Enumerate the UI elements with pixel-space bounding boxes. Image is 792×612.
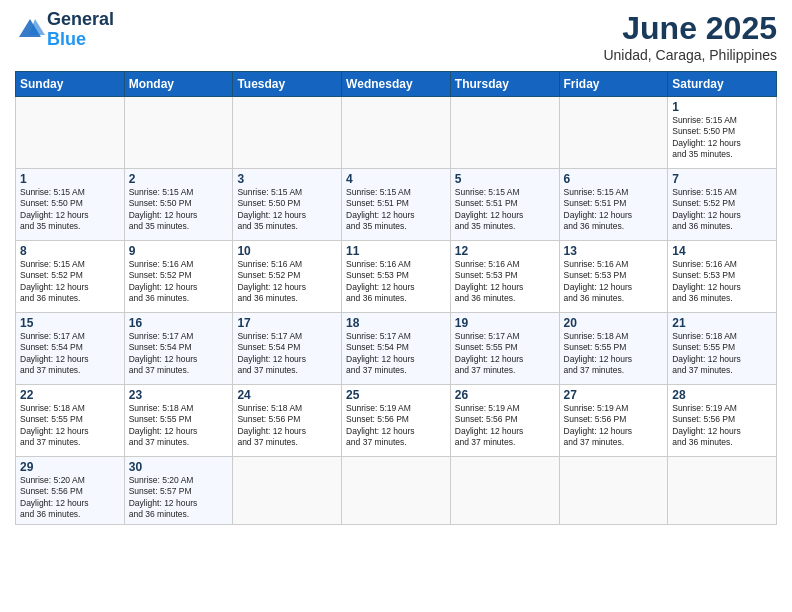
- day-info: Sunrise: 5:16 AM Sunset: 5:53 PM Dayligh…: [346, 259, 446, 305]
- calendar-cell: [450, 457, 559, 525]
- day-info: Sunrise: 5:15 AM Sunset: 5:51 PM Dayligh…: [455, 187, 555, 233]
- header-row: Sunday Monday Tuesday Wednesday Thursday…: [16, 72, 777, 97]
- calendar-cell: [124, 97, 233, 169]
- calendar-cell: 25Sunrise: 5:19 AM Sunset: 5:56 PM Dayli…: [342, 385, 451, 457]
- day-number: 1: [20, 172, 120, 186]
- day-info: Sunrise: 5:15 AM Sunset: 5:52 PM Dayligh…: [20, 259, 120, 305]
- calendar-week-5: 22Sunrise: 5:18 AM Sunset: 5:55 PM Dayli…: [16, 385, 777, 457]
- calendar-week-3: 8Sunrise: 5:15 AM Sunset: 5:52 PM Daylig…: [16, 241, 777, 313]
- day-number: 8: [20, 244, 120, 258]
- calendar-cell: 18Sunrise: 5:17 AM Sunset: 5:54 PM Dayli…: [342, 313, 451, 385]
- day-number: 23: [129, 388, 229, 402]
- day-number: 17: [237, 316, 337, 330]
- day-info: Sunrise: 5:15 AM Sunset: 5:50 PM Dayligh…: [237, 187, 337, 233]
- day-info: Sunrise: 5:16 AM Sunset: 5:52 PM Dayligh…: [129, 259, 229, 305]
- logo: General Blue: [15, 10, 114, 50]
- day-number: 11: [346, 244, 446, 258]
- day-number: 9: [129, 244, 229, 258]
- day-info: Sunrise: 5:16 AM Sunset: 5:53 PM Dayligh…: [455, 259, 555, 305]
- calendar-cell: 17Sunrise: 5:17 AM Sunset: 5:54 PM Dayli…: [233, 313, 342, 385]
- day-info: Sunrise: 5:17 AM Sunset: 5:54 PM Dayligh…: [129, 331, 229, 377]
- day-info: Sunrise: 5:15 AM Sunset: 5:51 PM Dayligh…: [564, 187, 664, 233]
- day-info: Sunrise: 5:19 AM Sunset: 5:56 PM Dayligh…: [564, 403, 664, 449]
- calendar-cell: [342, 457, 451, 525]
- day-info: Sunrise: 5:18 AM Sunset: 5:55 PM Dayligh…: [564, 331, 664, 377]
- calendar-cell: 27Sunrise: 5:19 AM Sunset: 5:56 PM Dayli…: [559, 385, 668, 457]
- calendar-week-4: 15Sunrise: 5:17 AM Sunset: 5:54 PM Dayli…: [16, 313, 777, 385]
- calendar-cell: 14Sunrise: 5:16 AM Sunset: 5:53 PM Dayli…: [668, 241, 777, 313]
- calendar-cell: 11Sunrise: 5:16 AM Sunset: 5:53 PM Dayli…: [342, 241, 451, 313]
- day-info: Sunrise: 5:17 AM Sunset: 5:54 PM Dayligh…: [237, 331, 337, 377]
- calendar-cell: 24Sunrise: 5:18 AM Sunset: 5:56 PM Dayli…: [233, 385, 342, 457]
- day-info: Sunrise: 5:20 AM Sunset: 5:57 PM Dayligh…: [129, 475, 229, 521]
- calendar-cell: [450, 97, 559, 169]
- calendar-cell: 16Sunrise: 5:17 AM Sunset: 5:54 PM Dayli…: [124, 313, 233, 385]
- calendar-table: Sunday Monday Tuesday Wednesday Thursday…: [15, 71, 777, 525]
- calendar-body: 1Sunrise: 5:15 AM Sunset: 5:50 PM Daylig…: [16, 97, 777, 525]
- calendar-cell: [668, 457, 777, 525]
- day-info: Sunrise: 5:18 AM Sunset: 5:56 PM Dayligh…: [237, 403, 337, 449]
- day-info: Sunrise: 5:16 AM Sunset: 5:53 PM Dayligh…: [672, 259, 772, 305]
- calendar-cell: 8Sunrise: 5:15 AM Sunset: 5:52 PM Daylig…: [16, 241, 125, 313]
- day-info: Sunrise: 5:17 AM Sunset: 5:55 PM Dayligh…: [455, 331, 555, 377]
- calendar-cell: 3Sunrise: 5:15 AM Sunset: 5:50 PM Daylig…: [233, 169, 342, 241]
- calendar-cell: [342, 97, 451, 169]
- col-wednesday: Wednesday: [342, 72, 451, 97]
- day-number: 20: [564, 316, 664, 330]
- calendar-cell: 19Sunrise: 5:17 AM Sunset: 5:55 PM Dayli…: [450, 313, 559, 385]
- day-info: Sunrise: 5:19 AM Sunset: 5:56 PM Dayligh…: [346, 403, 446, 449]
- header: General Blue June 2025 Unidad, Caraga, P…: [15, 10, 777, 63]
- location: Unidad, Caraga, Philippines: [603, 47, 777, 63]
- calendar-cell: [233, 97, 342, 169]
- calendar-cell: 30Sunrise: 5:20 AM Sunset: 5:57 PM Dayli…: [124, 457, 233, 525]
- calendar-cell: [233, 457, 342, 525]
- day-info: Sunrise: 5:19 AM Sunset: 5:56 PM Dayligh…: [672, 403, 772, 449]
- calendar-cell: [559, 457, 668, 525]
- day-number: 1: [672, 100, 772, 114]
- page: General Blue June 2025 Unidad, Caraga, P…: [0, 0, 792, 612]
- calendar-cell: 23Sunrise: 5:18 AM Sunset: 5:55 PM Dayli…: [124, 385, 233, 457]
- calendar-cell: 5Sunrise: 5:15 AM Sunset: 5:51 PM Daylig…: [450, 169, 559, 241]
- calendar-cell: [16, 97, 125, 169]
- day-number: 22: [20, 388, 120, 402]
- calendar-cell: [559, 97, 668, 169]
- col-friday: Friday: [559, 72, 668, 97]
- calendar-cell: 9Sunrise: 5:16 AM Sunset: 5:52 PM Daylig…: [124, 241, 233, 313]
- day-info: Sunrise: 5:18 AM Sunset: 5:55 PM Dayligh…: [672, 331, 772, 377]
- day-number: 29: [20, 460, 120, 474]
- col-thursday: Thursday: [450, 72, 559, 97]
- calendar-cell: 12Sunrise: 5:16 AM Sunset: 5:53 PM Dayli…: [450, 241, 559, 313]
- day-info: Sunrise: 5:15 AM Sunset: 5:52 PM Dayligh…: [672, 187, 772, 233]
- col-tuesday: Tuesday: [233, 72, 342, 97]
- logo-icon: [15, 15, 45, 45]
- calendar-week-1: 1Sunrise: 5:15 AM Sunset: 5:50 PM Daylig…: [16, 97, 777, 169]
- calendar-cell: 29Sunrise: 5:20 AM Sunset: 5:56 PM Dayli…: [16, 457, 125, 525]
- day-number: 10: [237, 244, 337, 258]
- day-info: Sunrise: 5:18 AM Sunset: 5:55 PM Dayligh…: [20, 403, 120, 449]
- calendar-week-6: 29Sunrise: 5:20 AM Sunset: 5:56 PM Dayli…: [16, 457, 777, 525]
- col-monday: Monday: [124, 72, 233, 97]
- col-sunday: Sunday: [16, 72, 125, 97]
- day-number: 19: [455, 316, 555, 330]
- calendar-week-2: 1Sunrise: 5:15 AM Sunset: 5:50 PM Daylig…: [16, 169, 777, 241]
- day-number: 2: [129, 172, 229, 186]
- day-info: Sunrise: 5:17 AM Sunset: 5:54 PM Dayligh…: [20, 331, 120, 377]
- month-title: June 2025: [603, 10, 777, 47]
- calendar-cell: 10Sunrise: 5:16 AM Sunset: 5:52 PM Dayli…: [233, 241, 342, 313]
- day-number: 13: [564, 244, 664, 258]
- calendar-cell: 21Sunrise: 5:18 AM Sunset: 5:55 PM Dayli…: [668, 313, 777, 385]
- day-number: 28: [672, 388, 772, 402]
- day-number: 12: [455, 244, 555, 258]
- day-number: 24: [237, 388, 337, 402]
- day-info: Sunrise: 5:17 AM Sunset: 5:54 PM Dayligh…: [346, 331, 446, 377]
- calendar-cell: 26Sunrise: 5:19 AM Sunset: 5:56 PM Dayli…: [450, 385, 559, 457]
- calendar-cell: 4Sunrise: 5:15 AM Sunset: 5:51 PM Daylig…: [342, 169, 451, 241]
- col-saturday: Saturday: [668, 72, 777, 97]
- logo-general: General Blue: [47, 10, 114, 50]
- day-info: Sunrise: 5:20 AM Sunset: 5:56 PM Dayligh…: [20, 475, 120, 521]
- day-number: 6: [564, 172, 664, 186]
- day-info: Sunrise: 5:19 AM Sunset: 5:56 PM Dayligh…: [455, 403, 555, 449]
- day-number: 4: [346, 172, 446, 186]
- day-number: 14: [672, 244, 772, 258]
- day-number: 7: [672, 172, 772, 186]
